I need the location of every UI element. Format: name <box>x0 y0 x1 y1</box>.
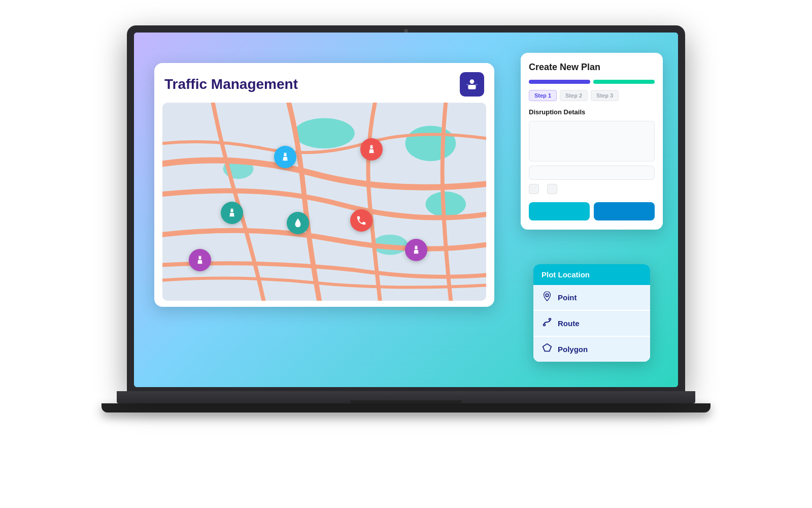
polygon-label: Polygon <box>558 345 588 354</box>
form-field-1[interactable] <box>529 166 655 180</box>
marker-phone <box>350 209 373 232</box>
svg-point-10 <box>284 154 287 157</box>
laptop-bottom <box>101 403 710 412</box>
form-buttons <box>529 202 655 220</box>
create-plan-card: Create New Plan Step 1 Step 2 Step 3 Dis… <box>521 53 663 230</box>
plot-location-dropdown: Plot Location Point <box>533 264 650 362</box>
marker-construction-5 <box>405 239 427 261</box>
progress-bar-row <box>529 80 655 84</box>
plot-item-polygon[interactable]: Polygon <box>533 337 650 362</box>
plot-item-point[interactable]: Point <box>533 285 650 311</box>
svg-rect-11 <box>284 153 287 154</box>
svg-point-16 <box>198 257 201 260</box>
create-plan-title: Create New Plan <box>529 62 655 73</box>
checkbox-1[interactable] <box>529 184 539 194</box>
laptop-base <box>117 391 695 403</box>
marker-construction-2 <box>360 138 383 161</box>
step-2-badge[interactable]: Step 2 <box>560 90 588 101</box>
svg-rect-17 <box>198 256 201 257</box>
svg-point-20 <box>546 294 549 297</box>
plot-item-route[interactable]: Route <box>533 311 650 337</box>
create-btn-2[interactable] <box>594 202 655 220</box>
marker-construction-4 <box>189 249 211 271</box>
step-3-badge[interactable]: Step 3 <box>591 90 619 101</box>
marker-construction-3 <box>221 202 243 224</box>
laptop: Traffic Management <box>101 25 710 483</box>
tm-card-header: Traffic Management <box>154 63 494 103</box>
svg-point-0 <box>470 79 475 84</box>
svg-rect-19 <box>415 246 418 247</box>
svg-point-14 <box>230 210 233 213</box>
step-1-badge[interactable]: Step 1 <box>529 90 557 101</box>
svg-rect-3 <box>476 84 478 85</box>
svg-point-21 <box>544 324 546 326</box>
scene: Traffic Management <box>0 0 812 508</box>
laptop-screen: Traffic Management <box>134 33 678 387</box>
disruption-details-label: Disruption Details <box>529 108 655 116</box>
map-area <box>162 103 486 301</box>
progress-bar-active <box>593 80 655 84</box>
svg-point-12 <box>370 146 373 149</box>
marker-construction-1 <box>274 146 296 168</box>
steps-row: Step 1 Step 2 Step 3 <box>529 90 655 101</box>
svg-rect-13 <box>370 145 373 146</box>
point-label: Point <box>558 293 577 302</box>
svg-point-7 <box>425 192 466 217</box>
disruption-details-field[interactable] <box>529 121 655 162</box>
map-svg <box>162 103 486 301</box>
point-icon <box>542 291 553 304</box>
svg-rect-2 <box>466 84 468 85</box>
svg-rect-1 <box>468 85 476 89</box>
svg-rect-15 <box>230 209 233 210</box>
svg-point-5 <box>294 118 355 149</box>
create-btn-1[interactable] <box>529 202 590 220</box>
checkbox-2[interactable] <box>547 184 557 194</box>
marker-water <box>287 212 309 234</box>
tm-avatar <box>460 72 484 97</box>
route-label: Route <box>558 319 580 328</box>
tm-title: Traffic Management <box>164 76 298 92</box>
traffic-management-card: Traffic Management <box>154 63 494 307</box>
laptop-bezel: Traffic Management <box>127 25 685 391</box>
plot-location-header: Plot Location <box>533 264 650 285</box>
polygon-icon <box>542 342 553 356</box>
svg-point-18 <box>415 247 418 250</box>
svg-point-22 <box>549 319 551 321</box>
svg-point-6 <box>405 125 456 161</box>
progress-bar-complete <box>529 80 590 84</box>
route-icon <box>542 316 553 330</box>
checkbox-row <box>529 184 655 194</box>
svg-marker-23 <box>543 344 552 352</box>
